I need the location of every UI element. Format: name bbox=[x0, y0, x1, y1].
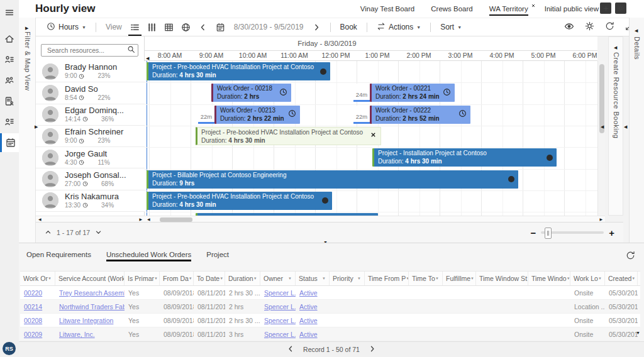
column-header[interactable]: Duration▼ bbox=[225, 272, 260, 285]
column-header[interactable]: Work Or▼ bbox=[20, 272, 55, 285]
prev-page-button[interactable] bbox=[287, 345, 294, 354]
table-row[interactable]: 00220Trey Research AssemblyYes08/09/2018… bbox=[20, 286, 640, 300]
rail-item-requirement-doc[interactable] bbox=[0, 92, 19, 111]
refresh-board-button[interactable] bbox=[605, 21, 614, 33]
rail-item-contact-list[interactable] bbox=[0, 113, 19, 131]
record-link[interactable]: 00214 bbox=[20, 300, 55, 313]
record-link[interactable]: Litware, Inc. bbox=[55, 327, 125, 341]
table-scroll-down-icon[interactable]: ▼ bbox=[636, 327, 640, 336]
column-header[interactable]: Status▼ bbox=[296, 272, 330, 285]
bottom-tab-2[interactable]: Project bbox=[206, 251, 229, 261]
filter-caret-icon[interactable]: ▼ bbox=[219, 277, 223, 280]
record-link[interactable]: Spencer L... bbox=[260, 314, 296, 327]
table-row[interactable]: 00209Litware, Inc.Yes08/09/201808/11/201… bbox=[20, 327, 640, 341]
column-header[interactable]: Time From P▼ bbox=[365, 272, 409, 285]
board-tab-3[interactable]: Initial public view bbox=[545, 2, 599, 16]
record-link[interactable]: Active bbox=[296, 286, 330, 299]
record-link[interactable]: Spencer L... bbox=[260, 327, 296, 341]
scroll-left-icon[interactable]: ◀ bbox=[38, 217, 42, 221]
resource-row[interactable]: Edgar Dominq...14:1436% bbox=[36, 104, 145, 126]
resource-row[interactable]: Joseph Gonsal...27:0068% bbox=[36, 168, 145, 190]
column-header[interactable]: Time Windo▼ bbox=[528, 272, 570, 285]
column-header[interactable]: Owner▼ bbox=[260, 272, 296, 285]
column-header[interactable]: Work Lo▼ bbox=[570, 272, 605, 285]
rail-item-account-list[interactable] bbox=[0, 50, 19, 69]
filter-caret-icon[interactable]: ▼ bbox=[435, 277, 439, 280]
page-up-button[interactable] bbox=[45, 229, 52, 237]
rail-item-team[interactable] bbox=[0, 71, 19, 90]
table-row[interactable]: 00214Northwind Traders Fabric...Yes08/09… bbox=[20, 300, 640, 314]
cancel-booking-icon[interactable] bbox=[370, 131, 377, 140]
record-link[interactable]: Active bbox=[296, 314, 330, 327]
column-header[interactable]: Created▼ bbox=[605, 272, 638, 285]
expand-left-icon[interactable]: ◀ bbox=[635, 25, 638, 34]
table-row[interactable]: 00208Litware IntegrationYes08/09/201808/… bbox=[20, 314, 640, 327]
map-view-button[interactable] bbox=[177, 18, 194, 36]
sort-dropdown[interactable]: Sort ▼ bbox=[440, 23, 462, 31]
column-view-button[interactable] bbox=[143, 18, 160, 36]
record-link[interactable]: Litware Integration bbox=[55, 314, 125, 327]
board-tab-0[interactable]: Vinay Test Board bbox=[360, 2, 415, 16]
filter-map-panel-collapsed[interactable]: ▶ Filter & Map View bbox=[19, 18, 36, 243]
board-gear-button[interactable] bbox=[585, 21, 594, 33]
prev-period-button[interactable] bbox=[199, 23, 207, 31]
filter-caret-icon[interactable]: ▼ bbox=[253, 277, 257, 280]
next-period-button[interactable] bbox=[313, 23, 321, 31]
resource-row[interactable]: Brady Hannon9:0023% bbox=[36, 61, 145, 82]
booking-workorder[interactable]: Work Order - 00222Duration: 2 hrs 52 min bbox=[370, 106, 470, 124]
column-header[interactable]: Is Primar▼ bbox=[125, 272, 160, 285]
bottom-tab-0[interactable]: Open Requirements bbox=[26, 251, 91, 261]
resource-row[interactable]: David So8:5422% bbox=[36, 82, 145, 104]
filter-caret-icon[interactable]: ▼ bbox=[631, 277, 635, 280]
grid-h-scrollbar[interactable]: ◀ ▶ bbox=[145, 216, 605, 222]
scroll-thumb[interactable] bbox=[160, 217, 192, 222]
resource-row[interactable]: Kris Nakamura13:3034% bbox=[36, 190, 145, 212]
rail-item-menu[interactable] bbox=[0, 3, 19, 22]
search-input[interactable] bbox=[46, 46, 127, 55]
resource-h-scrollbar[interactable]: ◀ ▶ bbox=[36, 216, 145, 222]
record-link[interactable]: Spencer L... bbox=[260, 286, 296, 299]
next-page-button[interactable] bbox=[369, 345, 376, 354]
filter-caret-icon[interactable]: ▼ bbox=[322, 277, 326, 280]
column-header[interactable]: Service Account (Work ...▼ bbox=[55, 272, 125, 285]
column-header[interactable]: Priority▼ bbox=[330, 272, 365, 285]
booking-workorder[interactable]: Work Order - 00221Duration: 2 hrs 24 min bbox=[370, 84, 455, 102]
booking-project[interactable]: Project - Billable Project at Contoso En… bbox=[147, 170, 518, 189]
page-down-button[interactable] bbox=[95, 229, 102, 237]
user-avatar[interactable]: RS bbox=[3, 342, 16, 355]
filter-caret-icon[interactable]: ▼ bbox=[470, 277, 474, 280]
booking-project[interactable]: Project - Pre-booked HVAC Installation P… bbox=[147, 62, 330, 80]
record-link[interactable]: Trey Research Assembly bbox=[55, 286, 125, 299]
booking-workorder[interactable]: Work Order - 00218Duration: 2 hrs bbox=[211, 84, 291, 102]
filter-caret-icon[interactable]: ▼ bbox=[154, 277, 158, 280]
board-settings-button[interactable] bbox=[615, 3, 626, 14]
resource-row[interactable]: Jorge Gault4:3011% bbox=[36, 147, 145, 168]
resource-search[interactable] bbox=[41, 44, 138, 57]
actions-dropdown[interactable]: Actions ▼ bbox=[377, 22, 421, 33]
booking-project[interactable]: Project - Installation Project at Contos… bbox=[372, 148, 557, 167]
board-tab-2[interactable]: WA Territory bbox=[489, 2, 528, 16]
add-board-button[interactable] bbox=[600, 3, 611, 14]
hours-scale-dropdown[interactable]: Hours ▼ bbox=[47, 22, 86, 33]
filter-caret-icon[interactable]: ▼ bbox=[357, 277, 361, 280]
expand-filter-panel-icon[interactable]: ▶ bbox=[35, 121, 38, 130]
resource-row[interactable]: Efrain Schreiner9:0023% bbox=[36, 126, 145, 147]
scroll-left-icon[interactable]: ◀ bbox=[147, 217, 150, 221]
scroll-right-icon[interactable]: ▶ bbox=[139, 217, 142, 221]
expand-left-icon[interactable]: ◀ bbox=[614, 42, 617, 51]
record-link[interactable]: Active bbox=[296, 300, 330, 313]
filter-caret-icon[interactable]: ▼ bbox=[48, 277, 52, 280]
record-link[interactable]: Northwind Traders Fabric... bbox=[55, 300, 125, 313]
column-header[interactable]: To Date▼ bbox=[194, 272, 225, 285]
record-link[interactable]: 00209 bbox=[20, 327, 55, 341]
scroll-right-icon[interactable]: ▶ bbox=[599, 217, 602, 221]
list-view-button[interactable] bbox=[126, 18, 143, 36]
filter-caret-icon[interactable]: ▼ bbox=[288, 277, 292, 280]
bottom-tab-1[interactable]: Unscheduled Work Orders bbox=[106, 251, 191, 261]
booking-workorder[interactable]: Work Order - 00213Duration: 2 hrs 22 min bbox=[214, 106, 300, 124]
zoom-slider-thumb[interactable] bbox=[545, 228, 552, 239]
column-header[interactable]: From Da▼ bbox=[160, 272, 194, 285]
record-link[interactable]: 00208 bbox=[20, 314, 55, 327]
record-link[interactable]: Spencer L... bbox=[260, 300, 296, 313]
rail-item-home[interactable] bbox=[0, 30, 19, 48]
